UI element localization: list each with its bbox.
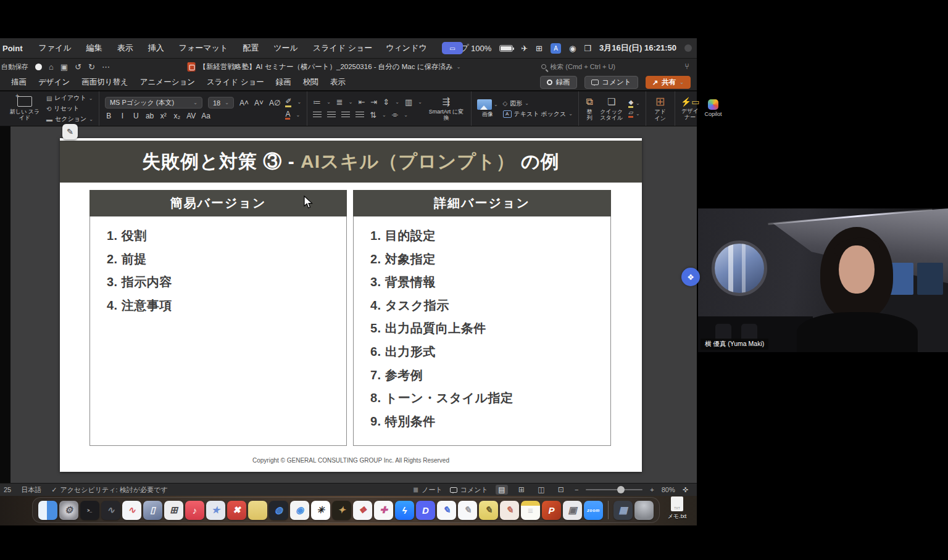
insert-image-button[interactable]: ⌄ 画像	[477, 99, 498, 117]
slide-sorter-view-button[interactable]: ⊞	[515, 485, 528, 495]
format-button[interactable]: x₂	[173, 112, 181, 120]
new-slide-button[interactable]: 新しい スライド	[8, 96, 41, 121]
share-link-icon[interactable]: ⑂	[684, 62, 689, 71]
dock-red-x-app-icon[interactable]: ✖	[227, 501, 246, 520]
redo-icon[interactable]: ↻	[88, 62, 95, 72]
section-button[interactable]: ▬セクション⌄	[46, 115, 93, 123]
shape-fill-button[interactable]: ◆⌄	[628, 99, 639, 108]
ribbon-tab[interactable]: 校閲	[303, 77, 318, 88]
addins-button[interactable]: ⊞ アド イン	[652, 96, 669, 121]
webcam-video-tile[interactable]: 横 優真 (Yuma Maki)	[698, 208, 948, 352]
ribbon-tab[interactable]: 描画	[11, 77, 27, 88]
menu-item[interactable]: フォーマット	[179, 43, 228, 54]
ribbon-tab[interactable]: スライド ショー	[207, 77, 264, 88]
home-icon[interactable]: ⌂	[49, 62, 54, 72]
dock-compass-app-icon[interactable]: ✦	[332, 501, 351, 520]
shortcuts-icon[interactable]: ❒	[584, 44, 591, 53]
dock-apple-notes-icon[interactable]: ≡	[521, 501, 540, 520]
decrease-indent-icon[interactable]: ⇤	[358, 97, 365, 107]
focus-mode-icon[interactable]	[684, 44, 692, 52]
comments-toggle-button[interactable]: コメント	[450, 485, 488, 495]
menu-item[interactable]: 表示	[117, 43, 133, 54]
dock-davinci-resolve-icon[interactable]: ❖	[353, 501, 372, 520]
format-button[interactable]: x²	[159, 112, 167, 120]
align-right-icon[interactable]	[341, 112, 350, 118]
dock-terminal-icon[interactable]: >_	[80, 501, 99, 520]
highlight-color-button[interactable]: ✐	[285, 97, 291, 107]
columns-icon[interactable]: ▥	[405, 97, 412, 107]
dock-star-app-icon[interactable]: ★	[206, 501, 225, 520]
fit-to-window-icon[interactable]: ✜	[683, 486, 688, 494]
dock-separator[interactable]	[608, 501, 609, 519]
dock-freeform-icon[interactable]: ∿	[122, 501, 141, 520]
dock-activity-monitor-icon[interactable]: ∿	[101, 501, 120, 520]
smartart-button[interactable]: ⇶ SmartArt に変換	[427, 96, 465, 121]
menu-item[interactable]: ウィンドウ	[386, 43, 427, 54]
menu-item[interactable]: 配置	[243, 43, 259, 54]
dock-blue-swirl-app-icon[interactable]: ◍	[269, 501, 288, 520]
format-button[interactable]: B	[105, 112, 113, 120]
ribbon-tab[interactable]: 表示	[330, 77, 346, 88]
dock-goodnotes-icon[interactable]: ✎	[437, 501, 456, 520]
more-commands-icon[interactable]: ⋯	[102, 62, 110, 72]
dock-system-settings-icon[interactable]: ⚙	[59, 501, 78, 520]
menu-item[interactable]: 編集	[86, 43, 102, 54]
simple-version-column[interactable]: 簡易バージョン 1. 役割2. 前提3. 指示内容4. 注意事項	[89, 190, 347, 446]
ribbon-tab[interactable]: アニメーション	[140, 77, 195, 88]
dock-brush-app-icon[interactable]: ✎	[500, 501, 519, 520]
decrease-font-icon[interactable]: A˅	[254, 99, 264, 107]
menu-item[interactable]: ファイル	[39, 43, 72, 54]
zoom-in-button[interactable]: +	[650, 486, 654, 493]
dock-chatgpt-icon[interactable]: ✳	[311, 501, 330, 520]
arrange-button[interactable]: ⧉ 整列	[584, 96, 594, 121]
format-button[interactable]: U	[132, 112, 140, 120]
copilot-button[interactable]: Copilot	[704, 99, 721, 117]
search-field[interactable]: 検索 (Cmd + Ctrl + U)	[541, 59, 615, 75]
dock-finder-icon[interactable]	[38, 501, 57, 520]
normal-view-button[interactable]: ▤	[496, 485, 508, 495]
shapes-button[interactable]: ◇図形⌄	[503, 99, 573, 108]
menu-item[interactable]: 挿入	[148, 43, 164, 54]
grid-menu-icon[interactable]: ⊞	[536, 44, 543, 53]
screen-mirroring-icon[interactable]: ▭	[442, 42, 463, 54]
undo-icon[interactable]: ↺	[75, 62, 81, 72]
format-button[interactable]: AV	[186, 112, 196, 120]
dock-pinwheel-app-icon[interactable]: ✚	[374, 501, 393, 520]
layout-button[interactable]: ▤レイアウト⌄	[46, 94, 93, 102]
dock-display-tile-icon[interactable]: ▦	[613, 501, 633, 520]
increase-font-icon[interactable]: A˄	[239, 99, 249, 107]
slideshow-button[interactable]: ⊡	[555, 485, 567, 495]
text-direction-icon[interactable]: ⇅	[370, 110, 376, 120]
slide[interactable]: 失敗例と対策 ③ - AIスキル（プロンプト） の例 簡易バージョン 1. 役割…	[60, 138, 642, 472]
zoom-level[interactable]: 80%	[662, 486, 675, 493]
dock-discord-icon[interactable]: D	[416, 501, 435, 520]
dock-messenger-icon[interactable]: ϟ	[395, 501, 414, 520]
dock-stickies-icon[interactable]: ✎	[479, 501, 498, 520]
align-left-icon[interactable]	[313, 112, 322, 118]
dock-document-app-icon[interactable]: ✎	[458, 501, 477, 520]
dock-trash-icon[interactable]	[634, 501, 654, 520]
format-button[interactable]: I	[118, 112, 127, 120]
menubar-clock[interactable]: 3月16日(日) 16:21:50	[599, 43, 676, 54]
zoom-slider[interactable]	[586, 489, 642, 490]
designer-button[interactable]: ⚡▭ デザイナー	[681, 97, 700, 121]
font-name-select[interactable]: MS Pゴシック (本文)⌄	[105, 97, 202, 109]
dock-zoom-icon[interactable]: zoom	[584, 501, 603, 520]
dock-chrome-icon[interactable]: ◉	[290, 501, 309, 520]
ribbon-tab[interactable]: デザイン	[38, 77, 70, 88]
numbered-list-icon[interactable]: ≣	[336, 97, 343, 107]
input-source-icon[interactable]: A	[551, 43, 561, 54]
bullet-list-icon[interactable]: ≔	[313, 97, 321, 107]
screen-recording-icon[interactable]: ◉	[569, 44, 576, 53]
increase-indent-icon[interactable]: ⇥	[370, 97, 377, 107]
format-button[interactable]: Aa	[201, 112, 210, 120]
autosave-toggle[interactable]	[35, 64, 42, 70]
desktop-file-memo[interactable]: TXT メモ.txt	[659, 496, 695, 521]
font-color-button[interactable]: A	[285, 110, 290, 120]
dock-calculator-icon[interactable]: ⊞	[164, 501, 183, 520]
align-text-icon[interactable]: ⌯	[392, 110, 398, 120]
reading-view-button[interactable]: ◫	[535, 485, 547, 495]
dropbox-icon[interactable]: ❖	[681, 268, 700, 286]
align-center-icon[interactable]	[327, 112, 336, 118]
ribbon-tab[interactable]: 画面切り替え	[81, 77, 128, 88]
